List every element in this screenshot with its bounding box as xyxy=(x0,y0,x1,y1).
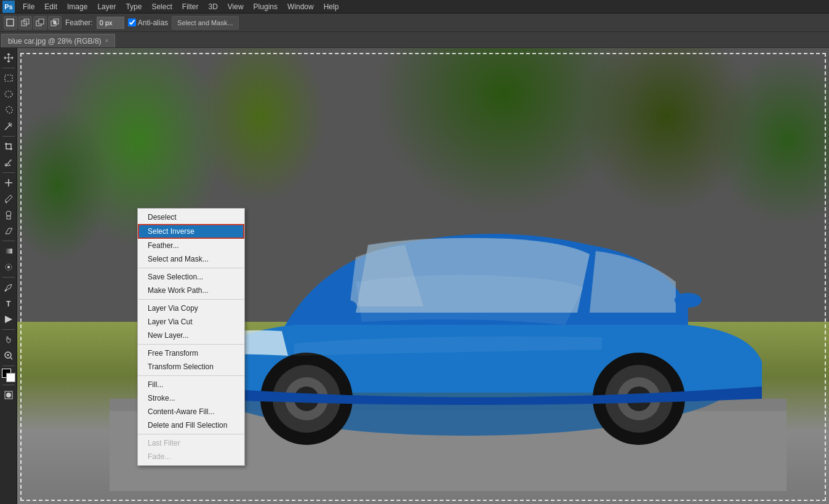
intersect-selection-btn[interactable] xyxy=(48,16,62,30)
svg-rect-7 xyxy=(54,21,56,24)
add-selection-btn[interactable] xyxy=(18,16,32,30)
svg-point-41 xyxy=(330,299,357,314)
tool-eraser[interactable] xyxy=(1,223,16,238)
feather-input[interactable] xyxy=(97,17,124,29)
tool-crop[interactable] xyxy=(1,139,16,154)
tab-title: blue car.jpg @ 28% (RGB/8) xyxy=(8,37,102,46)
color-swatch[interactable] xyxy=(2,369,15,382)
cm-free-transform[interactable]: Free Transform xyxy=(138,346,244,360)
cm-stroke[interactable]: Stroke... xyxy=(138,391,244,405)
menubar: Ps File Edit Image Layer Type Select Fil… xyxy=(0,0,829,14)
separator8 xyxy=(2,385,15,385)
tool-eyedropper[interactable] xyxy=(1,155,16,170)
separator7 xyxy=(2,366,15,366)
menu-file[interactable]: File xyxy=(18,1,39,12)
svg-point-10 xyxy=(9,124,10,126)
cm-sep4 xyxy=(138,375,244,376)
svg-rect-0 xyxy=(7,19,14,26)
cm-content-aware-fill[interactable]: Content-Aware Fill... xyxy=(138,405,244,418)
separator4 xyxy=(2,241,15,241)
toolbar: T xyxy=(0,48,17,504)
svg-point-42 xyxy=(675,293,702,308)
svg-point-18 xyxy=(4,290,6,292)
cm-feather[interactable]: Feather... xyxy=(138,239,244,252)
menu-select[interactable]: Select xyxy=(147,1,176,12)
menu-layer[interactable]: Layer xyxy=(93,1,120,12)
tool-pen[interactable] xyxy=(1,280,16,295)
cm-last-filter: Last Filter xyxy=(138,436,244,450)
canvas-area[interactable]: Deselect Select Inverse Feather... Selec… xyxy=(17,48,829,504)
menu-type[interactable]: Type xyxy=(121,1,146,12)
cm-sep2 xyxy=(138,299,244,300)
cm-save-selection[interactable]: Save Selection... xyxy=(138,270,244,284)
cm-sep5 xyxy=(138,434,244,434)
separator xyxy=(2,68,15,68)
tool-magic-wand[interactable] xyxy=(1,119,16,134)
menu-view[interactable]: View xyxy=(223,1,248,12)
svg-point-9 xyxy=(5,91,12,97)
context-menu: Deselect Select Inverse Feather... Selec… xyxy=(137,208,245,466)
tool-hand[interactable] xyxy=(1,332,16,347)
svg-rect-15 xyxy=(5,249,12,254)
cm-make-work-path[interactable]: Make Work Path... xyxy=(138,284,244,297)
tool-gradient[interactable] xyxy=(1,244,16,258)
cm-new-layer[interactable]: New Layer... xyxy=(138,329,244,342)
cm-select-inverse[interactable]: Select Inverse xyxy=(138,224,244,239)
cm-layer-via-copy[interactable]: Layer Via Copy xyxy=(138,302,244,315)
menu-image[interactable]: Image xyxy=(63,1,92,12)
feather-label: Feather: xyxy=(65,18,93,27)
tab-close[interactable]: × xyxy=(105,38,109,44)
tool-move[interactable] xyxy=(1,50,16,65)
cm-sep3 xyxy=(138,344,244,345)
menu-filter[interactable]: Filter xyxy=(178,1,203,12)
options-bar: Feather: Anti-alias Select and Mask... xyxy=(0,14,829,32)
antialias-checkbox[interactable] xyxy=(128,18,136,26)
cm-fade: Fade... xyxy=(138,450,244,463)
tool-path-selection[interactable] xyxy=(1,312,16,327)
cm-sep1 xyxy=(138,268,244,268)
svg-rect-8 xyxy=(5,75,12,81)
menu-3d[interactable]: 3D xyxy=(204,1,222,12)
menu-edit[interactable]: Edit xyxy=(40,1,62,12)
separator5 xyxy=(2,277,15,278)
svg-point-25 xyxy=(6,393,11,398)
tool-marquee-rect[interactable] xyxy=(1,71,16,86)
tool-type[interactable]: T xyxy=(1,296,16,311)
separator6 xyxy=(2,329,15,330)
cm-deselect[interactable]: Deselect xyxy=(138,210,244,224)
svg-rect-14 xyxy=(7,216,10,219)
menu-help[interactable]: Help xyxy=(319,1,343,12)
tool-zoom[interactable] xyxy=(1,348,16,363)
tool-lasso[interactable] xyxy=(1,103,16,118)
separator3 xyxy=(2,172,15,173)
svg-rect-4 xyxy=(39,19,44,24)
svg-line-21 xyxy=(10,358,12,359)
tool-mask-mode[interactable] xyxy=(1,388,16,402)
separator2 xyxy=(2,136,15,137)
select-mask-btn[interactable]: Select and Mask... xyxy=(172,16,239,30)
cm-layer-via-cut[interactable]: Layer Via Cut xyxy=(138,315,244,329)
tool-blur[interactable] xyxy=(1,260,16,274)
cm-fill[interactable]: Fill... xyxy=(138,378,244,391)
menu-plugins[interactable]: Plugins xyxy=(249,1,282,12)
svg-point-13 xyxy=(6,211,11,216)
new-selection-btn[interactable] xyxy=(4,16,17,30)
background-color[interactable] xyxy=(6,373,15,382)
tool-clone-stamp[interactable] xyxy=(1,207,16,222)
document-tab[interactable]: blue car.jpg @ 28% (RGB/8) × xyxy=(1,34,115,47)
ps-logo: Ps xyxy=(2,1,15,13)
cm-delete-fill[interactable]: Delete and Fill Selection xyxy=(138,418,244,432)
svg-point-17 xyxy=(7,266,10,268)
antialias-label[interactable]: Anti-alias xyxy=(128,18,168,27)
menu-window[interactable]: Window xyxy=(283,1,318,12)
tool-brush[interactable] xyxy=(1,191,16,206)
tab-bar: blue car.jpg @ 28% (RGB/8) × xyxy=(0,32,829,48)
tool-marquee-ellipse[interactable] xyxy=(1,87,16,102)
tool-healing[interactable] xyxy=(1,175,16,190)
subtract-selection-btn[interactable] xyxy=(33,16,47,30)
cm-transform-selection[interactable]: Transform Selection xyxy=(138,360,244,374)
main-area: T xyxy=(0,48,829,504)
cm-select-mask[interactable]: Select and Mask... xyxy=(138,252,244,266)
svg-text:T: T xyxy=(6,300,11,308)
